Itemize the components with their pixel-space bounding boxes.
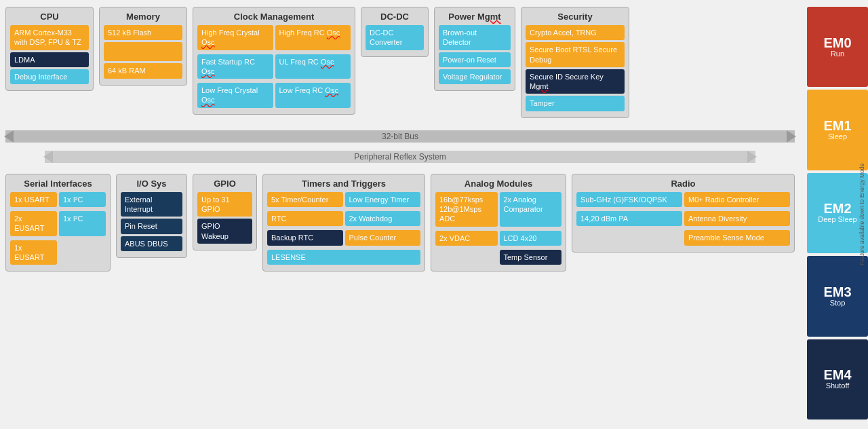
clock-item-5: Low Freq RC Osc (275, 83, 351, 108)
diagram-area: CPU ARM Cortex-M33 with DSP, FPU & TZ LD… (0, 0, 800, 429)
analog-vdac: 2x VDAC (435, 231, 498, 246)
radio-antenna: Antenna Diversity (684, 211, 790, 226)
em2-name: Deep Sleep (818, 215, 857, 224)
em3-name: Stop (830, 299, 846, 307)
cpu-item-0: ARM Cortex-M33 with DSP, FPU & TZ (10, 25, 89, 50)
timers-watchdog: 2x Watchdog (345, 211, 421, 226)
analog-block: Analog Modules 16b@77ksps 12b@1Msps ADC … (431, 174, 566, 272)
sidebar-feature-label: Feature available down to Energy Mode (857, 0, 867, 429)
em1-name: Sleep (828, 132, 847, 141)
serial-eusart-2x: 2x EUSART (10, 211, 57, 236)
serial-inner: 1x USART 1x I²C 2x EUSART 1x I²C 1x EUSA… (10, 192, 106, 267)
gpio-wakeup: GPIO Wakeup (197, 219, 252, 244)
analog-lcd: LCD 4x20 (500, 231, 562, 246)
security-title: Security (526, 12, 625, 22)
iosys-ext-interrupt: External Interrupt (121, 192, 182, 217)
radio-pa: 14,20 dBm PA (576, 211, 682, 226)
analog-title: Analog Modules (435, 179, 561, 189)
security-item-2: Secure ID Secure Key Mgmt (526, 69, 625, 94)
clock-item-2: Fast Startup RC Osc (197, 54, 273, 79)
em3-id: EM3 (823, 285, 851, 299)
radio-inner: Sub-GHz (G)FSK/OQPSK M0+ Radio Controlle… (576, 192, 790, 248)
serial-block: Serial Interfaces 1x USART 1x I²C 2x EUS… (5, 174, 111, 272)
bottom-row: Serial Interfaces 1x USART 1x I²C 2x EUS… (5, 174, 795, 272)
clock-title: Clock Management (197, 12, 351, 22)
iosys-pin-reset: Pin Reset (121, 219, 182, 234)
analog-adc: 16b@77ksps 12b@1Msps ADC (435, 192, 498, 227)
power-item-0: Brown-out Detector (439, 25, 511, 50)
em4-id: EM4 (823, 368, 851, 381)
dcdc-block: DC-DC DC-DC Converter (361, 7, 429, 57)
gpio-up-to-31: Up to 31 GPIO (197, 192, 252, 217)
serial-title: Serial Interfaces (10, 179, 106, 189)
radio-preamble: Preamble Sense Mode (684, 230, 790, 245)
bus-area: 32-bit Bus Peripheral Reflex System (5, 122, 795, 171)
dcdc-title: DC-DC (366, 12, 424, 22)
timers-block: Timers and Triggers 5x Timer/Counter Low… (262, 174, 425, 272)
timers-low-energy: Low Energy Timer (345, 192, 421, 207)
power-title: Power Mgmt (439, 12, 511, 22)
power-block: Power Mgmt Brown-out Detector Power-on R… (434, 7, 515, 91)
clock-item-0: High Freq Crystal Osc (197, 25, 273, 50)
em4-name: Shutoff (826, 381, 850, 390)
security-item-3: Tamper (526, 96, 625, 111)
bus-32bit-label: 32-bit Bus (382, 132, 418, 141)
serial-i2c-2: 1x I²C (59, 211, 106, 236)
timers-inner: 5x Timer/Counter Low Energy Timer RTC 2x… (267, 192, 420, 248)
power-item-2: Voltage Regulator (439, 69, 511, 84)
iosys-abus-dbus: ABUS DBUS (121, 236, 182, 251)
security-item-0: Crypto Accel, TRNG (526, 25, 625, 40)
timers-title: Timers and Triggers (267, 179, 420, 189)
memory-flash: 512 kB Flash (104, 25, 182, 40)
cpu-item-1: LDMA (10, 52, 89, 67)
em2-id: EM2 (823, 202, 851, 215)
top-row: CPU ARM Cortex-M33 with DSP, FPU & TZ LD… (5, 7, 795, 118)
sidebar: Feature available down to Energy Mode EM… (800, 0, 868, 429)
serial-eusart-1x: 1x EUSART (10, 240, 57, 265)
radio-subghz: Sub-GHz (G)FSK/OQPSK (576, 192, 682, 207)
radio-m0-controller: M0+ Radio Controller (684, 192, 790, 207)
cpu-block: CPU ARM Cortex-M33 with DSP, FPU & TZ LD… (5, 7, 94, 91)
memory-title: Memory (104, 12, 182, 22)
iosys-block: I/O Sys External Interrupt Pin Reset ABU… (116, 174, 187, 258)
security-block: Security Crypto Accel, TRNG Secure Boot … (521, 7, 629, 118)
timers-rtc: RTC (267, 211, 343, 226)
bus-peripheral-label: Peripheral Reflex System (354, 152, 446, 162)
em1-id: EM1 (823, 119, 851, 132)
clock-item-4: Low Freq Crystal Osc (197, 83, 273, 108)
analog-temp: Temp Sensor (500, 250, 562, 265)
dcdc-converter: DC-DC Converter (366, 25, 424, 50)
analog-inner: 16b@77ksps 12b@1Msps ADC 2x Analog Compa… (435, 192, 561, 267)
radio-block: Radio Sub-GHz (G)FSK/OQPSK M0+ Radio Con… (572, 174, 795, 253)
timers-pulse-counter: Pulse Counter (345, 230, 421, 245)
security-item-1: Secure Boot RTSL Secure Debug (526, 42, 625, 67)
clock-item-1: High Freq RC Osc (275, 25, 351, 50)
main-container: CPU ARM Cortex-M33 with DSP, FPU & TZ LD… (0, 0, 868, 429)
memory-ram: 64 kB RAM (104, 63, 182, 78)
clock-block: Clock Management High Freq Crystal Osc H… (193, 7, 355, 115)
radio-title: Radio (576, 179, 790, 189)
cpu-title: CPU (10, 12, 89, 22)
power-item-1: Power-on Reset (439, 52, 511, 67)
memory-block: Memory 512 kB Flash 64 kB RAM (99, 7, 187, 86)
serial-usart: 1x USART (10, 192, 57, 207)
iosys-title: I/O Sys (121, 179, 182, 189)
gpio-title: GPIO (197, 179, 252, 189)
gpio-block: GPIO Up to 31 GPIO GPIO Wakeup (193, 174, 257, 250)
timers-lesense: LESENSE (267, 250, 420, 265)
analog-comparator: 2x Analog Comparator (500, 192, 562, 227)
serial-i2c-1: 1x I²C (59, 192, 106, 207)
em0-name: Run (831, 50, 844, 58)
clock-item-3: UL Freq RC Osc (275, 54, 351, 79)
em0-id: EM0 (823, 36, 851, 50)
cpu-item-2: Debug Interface (10, 69, 89, 84)
clock-inner: High Freq Crystal Osc High Freq RC Osc F… (197, 25, 351, 110)
timers-5x: 5x Timer/Counter (267, 192, 343, 207)
timers-backup-rtc: Backup RTC (267, 230, 343, 245)
